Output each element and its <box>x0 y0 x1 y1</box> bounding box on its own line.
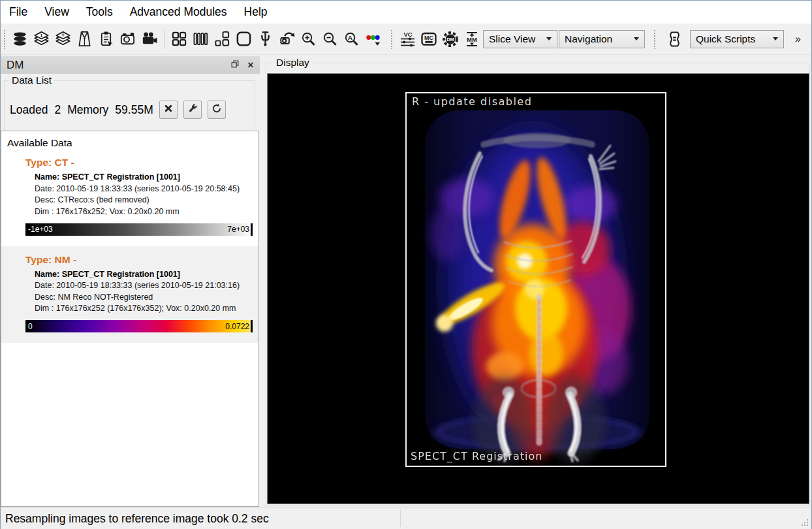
spect-ct-image-frame[interactable]: R - update disabled SPECT_CT Registratio… <box>405 92 666 467</box>
clamp-icon <box>257 30 274 48</box>
loaded-row: Loaded 2 Memory 59.55M <box>10 101 253 119</box>
toolbar-grip <box>390 29 394 49</box>
load-single-button[interactable]: 1 <box>31 28 52 50</box>
view-control-icon: VC <box>398 30 416 48</box>
svg-text:DM: DM <box>446 36 454 42</box>
colorbar-max-handle[interactable] <box>251 320 253 332</box>
dataset-row-ct[interactable]: Type: CT - Name: SPECT_CT Registration [… <box>1 149 258 246</box>
dm-panel-body: Data List Loaded 2 Memory 59.55M Availab… <box>1 74 260 507</box>
refresh-icon <box>211 103 223 118</box>
zoom-auto-button[interactable]: A <box>341 28 362 50</box>
quick-scripts-dropdown[interactable]: Quick Scripts <box>690 30 784 48</box>
dataset-row-nm[interactable]: Type: NM - Name: SPECT_CT Registration [… <box>1 246 258 344</box>
dataset-type: Type: CT - <box>25 157 258 168</box>
mc-button[interactable]: MC <box>418 28 439 50</box>
layers-add-icon: + <box>54 30 72 48</box>
dataset-dim: Dim : 176x176x252; Vox: 0.20x0.20 mm <box>35 207 258 216</box>
wrench-icon <box>187 103 198 118</box>
close-panel-button[interactable]: × <box>244 59 257 71</box>
display-group: Display <box>265 57 811 507</box>
zoom-out-button[interactable] <box>319 28 341 50</box>
reload-button[interactable] <box>208 101 226 119</box>
movie-button[interactable] <box>138 28 160 50</box>
slice-view-dropdown[interactable]: Slice View <box>483 30 557 48</box>
dataset-desc: Desc: CTReco:s (bed removed) <box>35 195 258 204</box>
color-channels-button[interactable] <box>362 28 384 50</box>
camera-icon <box>119 30 136 48</box>
colorbar-max-handle[interactable] <box>251 223 253 236</box>
slice-view-dropdown-label: Slice View <box>489 33 539 45</box>
chevron-down-icon <box>634 37 639 40</box>
memory-label: Memory <box>67 103 108 117</box>
add-data-button[interactable]: + <box>52 28 74 50</box>
quad-view-icon <box>170 30 188 48</box>
status-bar: Resampling images to reference image too… <box>1 507 811 529</box>
zoom-in-button[interactable] <box>298 28 319 50</box>
mc-icon: MC <box>420 30 438 48</box>
menu-tools[interactable]: Tools <box>78 1 121 24</box>
single-view-icon <box>235 30 253 48</box>
dm-panel-titlebar[interactable]: DM × <box>1 56 260 74</box>
orientation-overlay-label: R - update disabled <box>412 95 532 108</box>
clear-data-button[interactable] <box>159 101 178 119</box>
resize-grip[interactable] <box>801 519 808 526</box>
status-bar-divider <box>400 509 401 527</box>
dataset-dim: Dim : 176x176x252 (176x176x352); Vox: 0.… <box>35 304 258 313</box>
colorbar-min-label: 0 <box>28 322 33 331</box>
slice-strip-view-icon <box>192 30 210 48</box>
navigation-dropdown[interactable]: Navigation <box>559 30 645 48</box>
slice-strip-view-button[interactable] <box>190 28 211 50</box>
chevron-down-icon <box>546 37 552 40</box>
toolbar: 1 + A VC MC DM MM Slice View Navigation <box>1 24 811 55</box>
single-view-button[interactable] <box>233 28 255 50</box>
loaded-count: 2 <box>54 103 61 117</box>
display-viewport[interactable]: R - update disabled SPECT_CT Registratio… <box>267 73 809 504</box>
data-browser-button[interactable] <box>9 28 31 50</box>
svg-text:1: 1 <box>40 33 43 39</box>
data-tools-button[interactable] <box>183 101 202 119</box>
svg-text:+: + <box>61 31 65 39</box>
dm-panel-title: DM <box>7 59 228 72</box>
color-channels-icon <box>364 30 382 48</box>
rotate-view-button[interactable] <box>276 28 298 50</box>
data-list-legend: Data List <box>9 74 54 86</box>
svg-text:MC: MC <box>424 34 433 40</box>
data-list-group: Data List Loaded 2 Memory 59.55M <box>4 80 255 134</box>
screenshot-button[interactable] <box>117 28 138 50</box>
menu-advanced-modules[interactable]: Advanced Modules <box>121 1 236 24</box>
dataset-name: Name: SPECT_CT Registration [1001] <box>35 172 258 182</box>
report-button[interactable] <box>95 28 117 50</box>
toolbar-grip <box>3 29 7 49</box>
quad-view-button[interactable] <box>168 28 190 50</box>
status-message: Resampling images to reference image too… <box>5 511 269 525</box>
clamp-button[interactable] <box>255 28 276 50</box>
mixed-layout-view-button[interactable] <box>211 28 233 50</box>
layers-single-icon: 1 <box>33 30 50 48</box>
float-panel-button[interactable] <box>228 59 242 71</box>
dm-button[interactable]: DM <box>439 28 461 50</box>
menu-help[interactable]: Help <box>236 1 276 24</box>
quick-scripts-button[interactable] <box>663 28 685 50</box>
close-icon: × <box>247 60 253 71</box>
subject-button[interactable] <box>74 28 95 50</box>
movie-camera-icon <box>140 30 158 48</box>
ct-colorbar-slider[interactable]: -1e+03 7e+03 <box>25 223 253 236</box>
colorbar-min-handle[interactable] <box>25 320 27 332</box>
nm-colorbar-slider[interactable]: 0 0.0722 <box>25 320 253 332</box>
minmax-icon: MM <box>463 30 481 48</box>
menu-file[interactable]: File <box>1 1 36 24</box>
toolbar-overflow-button[interactable]: » <box>791 32 805 46</box>
database-icon <box>11 30 29 48</box>
colorbar-min-handle[interactable] <box>25 223 27 236</box>
clipboard-report-icon <box>97 30 115 48</box>
view-control-button[interactable]: VC <box>396 28 418 50</box>
dataset-name: Name: SPECT_CT Registration [1001] <box>35 270 258 279</box>
quick-scripts-icon <box>665 30 683 48</box>
float-icon <box>230 59 240 71</box>
dataset-desc: Desc: NM Reco NOT-Registered <box>35 293 258 302</box>
minmax-button[interactable]: MM <box>461 28 482 50</box>
menu-view[interactable]: View <box>36 1 78 24</box>
zoom-out-icon <box>321 30 339 48</box>
app-window: File View Tools Advanced Modules Help 1 … <box>0 0 812 529</box>
svg-text:VC: VC <box>403 30 412 37</box>
